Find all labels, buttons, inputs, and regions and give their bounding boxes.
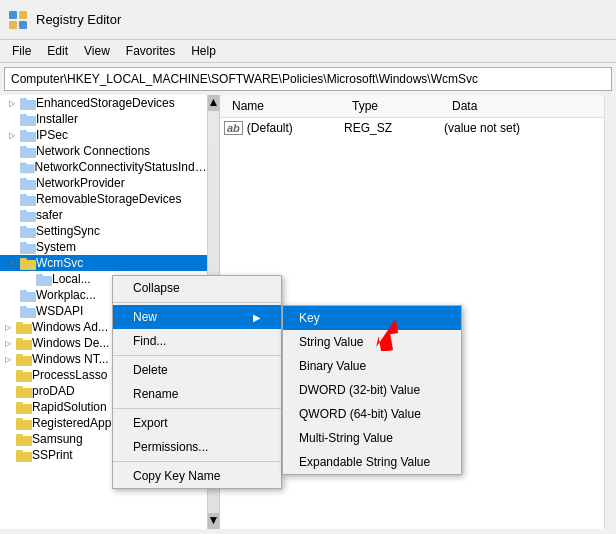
tree-item-system[interactable]: System [0, 239, 207, 255]
svg-rect-23 [20, 242, 27, 245]
tree-label: safer [36, 208, 63, 222]
svg-rect-27 [36, 274, 43, 277]
svg-rect-42 [16, 404, 32, 414]
svg-rect-12 [20, 164, 35, 173]
tree-label: Network Connections [36, 144, 150, 158]
tree-item-wcmsvc[interactable]: ▼ WcmSvc [0, 255, 207, 271]
menu-file[interactable]: File [4, 42, 39, 60]
svg-rect-13 [20, 162, 26, 165]
svg-rect-39 [16, 370, 23, 373]
sub-item-qword-value[interactable]: QWORD (64-bit) Value [283, 402, 461, 426]
ctx-rename[interactable]: Rename [113, 382, 281, 406]
ctx-delete[interactable]: Delete [113, 358, 281, 382]
svg-rect-41 [16, 386, 23, 389]
svg-rect-24 [20, 260, 36, 270]
ctx-new-label: New [133, 310, 157, 324]
svg-rect-35 [16, 338, 23, 341]
ctx-find[interactable]: Find... [113, 329, 281, 353]
row-data: (value not set) [444, 121, 600, 135]
sub-item-multi-string[interactable]: Multi-String Value [283, 426, 461, 450]
svg-rect-30 [20, 308, 36, 318]
tree-label: System [36, 240, 76, 254]
col-header-data: Data [444, 97, 600, 115]
svg-rect-44 [16, 420, 32, 430]
tree-label: NetworkProvider [36, 176, 125, 190]
svg-rect-25 [20, 258, 27, 261]
svg-rect-37 [16, 354, 23, 357]
svg-rect-7 [20, 114, 27, 117]
menu-view[interactable]: View [76, 42, 118, 60]
tree-item-ipsec[interactable]: ▷ IPSec [0, 127, 207, 143]
svg-rect-47 [16, 434, 23, 437]
tree-item-netconn[interactable]: Network Connections [0, 143, 207, 159]
svg-rect-31 [20, 306, 27, 309]
tree-label: Local... [52, 272, 91, 286]
tree-label: Samsung [32, 432, 83, 446]
tree-arrow: ▷ [4, 99, 20, 108]
tree-item-removable[interactable]: RemovableStorageDevices [0, 191, 207, 207]
svg-rect-22 [20, 244, 36, 254]
tree-label: EnhancedStorageDevices [36, 96, 175, 110]
svg-rect-33 [16, 322, 23, 325]
sub-item-string-value[interactable]: String Value [283, 330, 461, 354]
svg-rect-34 [16, 340, 32, 350]
ctx-permissions[interactable]: Permissions... [113, 435, 281, 459]
svg-rect-0 [9, 11, 17, 19]
tree-label: Windows NT... [32, 352, 109, 366]
svg-rect-3 [19, 21, 27, 29]
svg-rect-49 [16, 450, 23, 453]
col-header-name: Name [224, 97, 344, 115]
svg-rect-29 [20, 290, 27, 293]
tree-item-settingsync[interactable]: SettingSync [0, 223, 207, 239]
tree-item-installer[interactable]: Installer [0, 111, 207, 127]
col-header-type: Type [344, 97, 444, 115]
tree-label: IPSec [36, 128, 68, 142]
svg-rect-11 [20, 146, 27, 149]
ctx-new[interactable]: New ▶ [113, 305, 281, 329]
tree-label: Windows Ad... [32, 320, 108, 334]
svg-rect-2 [9, 21, 17, 29]
tree-label: SettingSync [36, 224, 100, 238]
svg-rect-5 [20, 98, 27, 101]
context-menu: Collapse New ▶ Find... Delete Rename Exp… [112, 275, 282, 489]
tree-arrow: ▷ [0, 339, 16, 348]
tree-item-safer[interactable]: safer [0, 207, 207, 223]
sub-item-dword-value[interactable]: DWORD (32-bit) Value [283, 378, 461, 402]
tree-arrow: ▷ [0, 323, 16, 332]
ctx-new-arrow: ▶ [253, 312, 261, 323]
svg-rect-8 [20, 132, 36, 142]
tree-label: RemovableStorageDevices [36, 192, 181, 206]
ctx-collapse[interactable]: Collapse [113, 276, 281, 300]
right-panel-header: Name Type Data [220, 95, 604, 118]
svg-rect-14 [20, 180, 36, 190]
tree-arrow: ▷ [4, 131, 20, 140]
sub-item-key[interactable]: Key [283, 306, 461, 330]
menu-edit[interactable]: Edit [39, 42, 76, 60]
tree-item-enhanced[interactable]: ▷ EnhancedStorageDevices [0, 95, 207, 111]
app-icon [8, 10, 28, 30]
title-bar: Registry Editor [0, 0, 616, 40]
svg-rect-26 [36, 276, 52, 286]
svg-rect-6 [20, 116, 36, 126]
sub-item-expandable-string[interactable]: Expandable String Value [283, 450, 461, 474]
tree-item-ncsi[interactable]: NetworkConnectivityStatusIndicator [0, 159, 207, 175]
tree-item-netprov[interactable]: NetworkProvider [0, 175, 207, 191]
svg-rect-16 [20, 196, 36, 206]
menu-favorites[interactable]: Favorites [118, 42, 183, 60]
ctx-copy-key-name[interactable]: Copy Key Name [113, 464, 281, 488]
ctx-export[interactable]: Export [113, 411, 281, 435]
tree-arrow: ▼ [4, 259, 20, 268]
tree-label: WSDAPI [36, 304, 83, 318]
address-bar[interactable]: Computer\HKEY_LOCAL_MACHINE\SOFTWARE\Pol… [4, 67, 612, 91]
svg-rect-15 [20, 178, 27, 181]
sub-item-binary-value[interactable]: Binary Value [283, 354, 461, 378]
menu-help[interactable]: Help [183, 42, 224, 60]
svg-rect-18 [20, 212, 36, 222]
tree-label: NetworkConnectivityStatusIndicator [35, 160, 207, 174]
ctx-divider-3 [113, 408, 281, 409]
app-title: Registry Editor [36, 12, 121, 27]
svg-rect-32 [16, 324, 32, 334]
tree-arrow: ▷ [0, 355, 16, 364]
registry-row-default[interactable]: ab (Default) REG_SZ (value not set) [220, 118, 604, 138]
submenu: Key String Value Binary Value DWORD (32-… [282, 305, 462, 475]
